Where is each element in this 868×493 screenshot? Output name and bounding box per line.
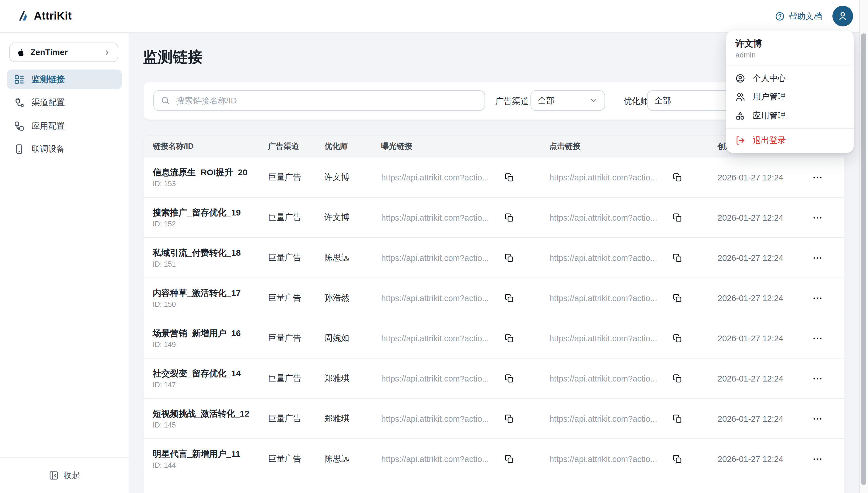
- link-name[interactable]: 内容种草_激活转化_17: [153, 287, 241, 298]
- optimizer-cell: 郑雅琪: [324, 399, 349, 438]
- row-actions-button[interactable]: [812, 212, 823, 223]
- row-actions-button[interactable]: [812, 172, 823, 183]
- menu-item-user-management[interactable]: 用户管理: [726, 88, 854, 106]
- help-docs-link[interactable]: 帮助文档: [775, 10, 822, 22]
- channel-filter-value: 全部: [538, 95, 554, 106]
- copy-icon[interactable]: [673, 173, 682, 182]
- link-name[interactable]: 信息流原生_ROI提升_20: [153, 166, 247, 177]
- click-link-cell: https://api.attrikit.com?actio...: [549, 399, 682, 438]
- click-link-cell: https://api.attrikit.com?actio...: [549, 198, 682, 237]
- top-bar: AttriKit 帮助文档: [0, 0, 868, 33]
- copy-icon[interactable]: [673, 414, 682, 423]
- exposure-url: https://api.attrikit.com?actio...: [381, 454, 499, 464]
- window-scrollbar[interactable]: [860, 0, 868, 493]
- link-id: ID: 147: [153, 380, 176, 389]
- links-table-card: 链接名称/ID 广告渠道 优化师 曝光链接 点击链接 创建时间 操作 信息流原生…: [143, 135, 845, 493]
- row-actions-button[interactable]: [812, 373, 823, 384]
- channel-cell: 巨量广告: [268, 479, 301, 493]
- link-id: ID: 144: [153, 460, 176, 470]
- click-url: https://api.attrikit.com?actio...: [549, 173, 668, 182]
- copy-icon[interactable]: [505, 253, 514, 262]
- channel-cell: 巨量广告: [268, 278, 301, 318]
- exposure-link-cell: https://api.attrikit.com?actio...: [381, 198, 514, 237]
- sidebar-collapse-label: 收起: [64, 470, 80, 481]
- channel-filter-select[interactable]: 全部: [530, 90, 605, 111]
- link-name[interactable]: 社交裂变_留存优化_14: [153, 367, 241, 378]
- brand-logo[interactable]: AttriKit: [17, 0, 72, 32]
- menu-item-app-management[interactable]: 应用管理: [726, 106, 854, 125]
- row-actions-button[interactable]: [812, 253, 823, 263]
- person-icon: [837, 10, 848, 22]
- scrollbar-thumb[interactable]: [861, 33, 866, 485]
- copy-icon[interactable]: [505, 334, 514, 343]
- created-time-cell: 2026-01-27 12:24: [717, 359, 783, 398]
- link-name[interactable]: 私域引流_付费转化_18: [153, 247, 241, 258]
- sidebar-item-app-config[interactable]: 应用配置: [7, 116, 122, 135]
- copy-icon[interactable]: [505, 414, 514, 423]
- link-id: ID: 151: [153, 259, 176, 269]
- sidebar-item-label: 渠道配置: [31, 97, 65, 108]
- copy-icon[interactable]: [505, 454, 514, 464]
- exposure-link-cell: https://api.attrikit.com?actio...: [381, 157, 514, 197]
- row-actions-button[interactable]: [812, 333, 823, 343]
- table-row: 社交裂变_留存优化_14 ID: 147 巨量广告 郑雅琪 https://ap…: [143, 359, 844, 399]
- logout-icon: [735, 136, 745, 146]
- copy-icon[interactable]: [673, 334, 682, 343]
- workflow-icon: [14, 121, 25, 131]
- user-circle-icon: [735, 73, 745, 83]
- menu-item-logout[interactable]: 退出登录: [726, 131, 854, 150]
- copy-icon[interactable]: [673, 253, 682, 262]
- table-row: 场景营销_新增用户_16 ID: 149 巨量广告 周婉如 https://ap…: [143, 318, 844, 359]
- user-name: 许文博: [735, 38, 844, 49]
- shapes-icon: [735, 111, 745, 121]
- copy-icon[interactable]: [673, 454, 682, 464]
- user-avatar-button[interactable]: [832, 6, 853, 26]
- exposure-url: https://api.attrikit.com?actio...: [381, 293, 499, 302]
- sidebar-item-monitor-links[interactable]: 监测链接: [7, 69, 122, 89]
- chevron-down-icon: [590, 97, 598, 105]
- optimizer-cell: 周雨晴: [324, 479, 349, 493]
- click-link-cell: https://api.attrikit.com?actio...: [549, 318, 682, 358]
- menu-item-profile[interactable]: 个人中心: [726, 69, 854, 88]
- optimizer-cell: 许文博: [324, 157, 349, 197]
- click-link-cell: https://api.attrikit.com?actio...: [549, 238, 682, 278]
- link-name[interactable]: 搜索推广_留存优化_19: [153, 207, 241, 217]
- exposure-url: https://api.attrikit.com?actio...: [381, 374, 499, 383]
- link-name-cell: 内容种草_激活转化_17 ID: 150: [153, 278, 265, 318]
- created-time-cell: 2026-01-27 12:24: [717, 399, 783, 438]
- copy-icon[interactable]: [673, 293, 682, 302]
- copy-icon[interactable]: [505, 374, 514, 383]
- sidebar-item-label: 应用配置: [31, 121, 65, 131]
- copy-icon[interactable]: [673, 374, 682, 383]
- created-time-cell: 2026-01-27 12:24: [717, 278, 783, 318]
- exposure-link-cell: https://api.attrikit.com?actio...: [381, 479, 514, 493]
- app-switcher-button[interactable]: ZenTimer: [9, 43, 118, 62]
- link-id: ID: 149: [153, 340, 176, 349]
- link-name-cell: 场景营销_新增用户_16 ID: 149: [153, 318, 265, 358]
- link-name[interactable]: 场景营销_新增用户_16: [153, 327, 241, 338]
- app-switcher-name: ZenTimer: [30, 48, 98, 57]
- sidebar-item-channel-config[interactable]: 渠道配置: [7, 93, 122, 112]
- link-name[interactable]: 明星代言_新增用户_11: [153, 448, 240, 459]
- search-input[interactable]: [175, 95, 478, 106]
- row-actions-button[interactable]: [812, 413, 823, 424]
- actions-cell: [812, 238, 823, 278]
- link-name[interactable]: 短视频挑战_激活转化_12: [153, 408, 249, 419]
- help-docs-label: 帮助文档: [789, 10, 822, 22]
- header-link-name: 链接名称/ID: [153, 135, 194, 157]
- link-id: ID: 145: [153, 420, 176, 429]
- row-actions-button[interactable]: [812, 293, 823, 303]
- sidebar-collapse-button[interactable]: 收起: [48, 470, 80, 481]
- copy-icon[interactable]: [505, 293, 514, 302]
- copy-icon[interactable]: [505, 213, 514, 222]
- sidebar-item-debug-devices[interactable]: 联调设备: [7, 140, 122, 159]
- row-actions-button[interactable]: [812, 454, 823, 464]
- actions-cell: [812, 399, 823, 438]
- sidebar-item-label: 监测链接: [31, 74, 65, 85]
- exposure-link-cell: https://api.attrikit.com?actio...: [381, 278, 514, 318]
- copy-icon[interactable]: [673, 213, 682, 222]
- link-name-cell: 短视频挑战_激活转化_12 ID: 145: [153, 399, 265, 438]
- created-time-cell: 2026-01-27 12:24: [717, 318, 783, 358]
- header-click-link: 点击链接: [549, 135, 580, 157]
- copy-icon[interactable]: [505, 173, 514, 182]
